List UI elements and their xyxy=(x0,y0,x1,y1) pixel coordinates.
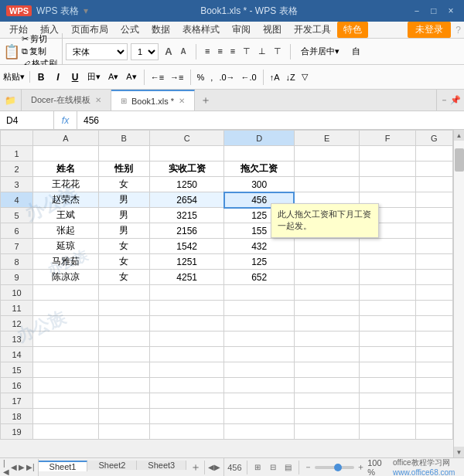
bold-button[interactable]: B xyxy=(33,70,49,85)
add-sheet-button[interactable]: ＋ xyxy=(186,461,205,474)
vertical-scrollbar[interactable]: ▲ ▼ xyxy=(453,130,464,457)
paste-icon[interactable]: 📋 xyxy=(3,43,20,60)
cell-D1[interactable] xyxy=(224,146,294,162)
sheet-tab-1[interactable]: Sheet1 xyxy=(39,461,88,471)
align-right-icon[interactable]: ≡ xyxy=(227,44,238,59)
cell-B14[interactable] xyxy=(98,347,149,362)
zoom-slider[interactable] xyxy=(315,466,355,469)
minimize-button[interactable]: － xyxy=(410,4,424,18)
row-header-17[interactable]: 17 xyxy=(1,393,33,409)
cell-A11[interactable] xyxy=(33,301,98,316)
cell-A5[interactable]: 王斌 xyxy=(33,208,98,223)
cell-B19[interactable] xyxy=(98,424,149,440)
scroll-thumb[interactable] xyxy=(455,148,464,172)
cell-A9[interactable]: 陈凉凉 xyxy=(33,270,98,285)
menu-table-style[interactable]: 表格样式 xyxy=(176,22,226,38)
menu-special[interactable]: 特色 xyxy=(337,22,368,38)
tab-book1-close[interactable]: ✕ xyxy=(179,97,185,105)
cell-A13[interactable] xyxy=(33,332,98,347)
row-header-7[interactable]: 7 xyxy=(1,239,33,254)
page-break-view-btn[interactable]: ▤ xyxy=(281,461,295,474)
ribbon-minimize-btn[interactable]: － xyxy=(440,94,449,106)
close-button[interactable]: × xyxy=(444,4,458,18)
align-center-icon[interactable]: ≡ xyxy=(214,44,225,59)
menu-formula[interactable]: 公式 xyxy=(114,22,145,38)
cell-F11[interactable] xyxy=(360,301,415,316)
row-header-12[interactable]: 12 xyxy=(1,316,33,332)
menu-view[interactable]: 视图 xyxy=(257,22,288,38)
normal-view-btn[interactable]: ⊞ xyxy=(251,461,264,474)
sheet-nav-next[interactable]: ▶ xyxy=(19,463,25,471)
cell-F7[interactable] xyxy=(360,239,415,254)
filter-btn[interactable]: ▽ xyxy=(299,71,310,83)
sheet-tab-2[interactable]: Sheet2 xyxy=(87,461,137,470)
cell-C5[interactable]: 3215 xyxy=(149,208,223,223)
cell-F1[interactable] xyxy=(360,146,415,162)
cell-C9[interactable]: 4251 xyxy=(149,270,223,285)
cell-E12[interactable] xyxy=(294,316,359,332)
row-header-1[interactable]: 1 xyxy=(1,146,33,162)
login-button[interactable]: 未登录 xyxy=(408,22,451,38)
cell-A14[interactable] xyxy=(33,347,98,362)
sheet-nav-prev[interactable]: ◀ xyxy=(11,463,17,471)
cell-B4[interactable]: 男 xyxy=(98,192,149,208)
cell-D17[interactable] xyxy=(224,393,294,409)
row-header-9[interactable]: 9 xyxy=(1,270,33,285)
font-size-increase[interactable]: A xyxy=(162,45,176,59)
col-header-D[interactable]: D xyxy=(224,131,294,146)
increase-indent-btn[interactable]: →≡ xyxy=(168,72,186,83)
cell-E7[interactable] xyxy=(294,239,359,254)
cell-D19[interactable] xyxy=(224,424,294,440)
cell-G6[interactable] xyxy=(415,223,452,239)
scroll-track[interactable] xyxy=(454,141,464,447)
cell-D13[interactable] xyxy=(224,332,294,347)
cell-G10[interactable] xyxy=(415,285,452,301)
align-middle-icon[interactable]: ⊥ xyxy=(255,44,269,59)
cell-B9[interactable]: 女 xyxy=(98,270,149,285)
cell-A10[interactable] xyxy=(33,285,98,301)
cell-A17[interactable] xyxy=(33,393,98,409)
cell-A12[interactable] xyxy=(33,316,98,332)
cell-F10[interactable] xyxy=(360,285,415,301)
cell-B12[interactable] xyxy=(98,316,149,332)
zoom-increase-btn[interactable]: ＋ xyxy=(357,461,365,473)
sort-desc-btn[interactable]: ↓Z xyxy=(284,72,298,83)
cell-C19[interactable] xyxy=(149,424,223,440)
ribbon-pin-btn[interactable]: 📌 xyxy=(450,95,461,105)
cell-E11[interactable] xyxy=(294,301,359,316)
cell-E15[interactable] xyxy=(294,362,359,378)
cell-G12[interactable] xyxy=(415,316,452,332)
col-header-E[interactable]: E xyxy=(294,131,359,146)
cell-reference[interactable]: D4 xyxy=(0,111,54,129)
cell-A3[interactable]: 王花花 xyxy=(33,177,98,192)
cell-G17[interactable] xyxy=(415,393,452,409)
cell-E2[interactable] xyxy=(294,162,359,177)
tab-docer[interactable]: Docer-在线模板 ✕ xyxy=(22,90,111,110)
cell-G18[interactable] xyxy=(415,409,452,424)
row-header-18[interactable]: 18 xyxy=(1,409,33,424)
cell-F12[interactable] xyxy=(360,316,415,332)
menu-layout[interactable]: 页面布局 xyxy=(65,22,114,38)
zoom-decrease-btn[interactable]: － xyxy=(304,461,312,473)
cell-B5[interactable]: 男 xyxy=(98,208,149,223)
cell-G2[interactable] xyxy=(415,162,452,177)
italic-button[interactable]: I xyxy=(50,70,66,85)
cell-D8[interactable]: 125 xyxy=(224,254,294,270)
cell-D3[interactable]: 300 xyxy=(224,177,294,192)
cell-D2[interactable]: 拖欠工资 xyxy=(224,162,294,177)
page-layout-view-btn[interactable]: ⊟ xyxy=(266,461,280,474)
cell-E9[interactable] xyxy=(294,270,359,285)
sheet-nav-first[interactable]: |◀ xyxy=(3,459,9,476)
restore-button[interactable]: □ xyxy=(427,4,441,18)
row-header-16[interactable]: 16 xyxy=(1,378,33,393)
cell-G7[interactable] xyxy=(415,239,452,254)
cell-D15[interactable] xyxy=(224,362,294,378)
cell-A1[interactable] xyxy=(33,146,98,162)
cell-E10[interactable] xyxy=(294,285,359,301)
row-header-8[interactable]: 8 xyxy=(1,254,33,270)
tab-book1[interactable]: ⊞ Book1.xls * ✕ xyxy=(111,90,195,110)
row-header-11[interactable]: 11 xyxy=(1,301,33,316)
cell-G9[interactable] xyxy=(415,270,452,285)
row-header-19[interactable]: 19 xyxy=(1,424,33,440)
cell-B1[interactable] xyxy=(98,146,149,162)
